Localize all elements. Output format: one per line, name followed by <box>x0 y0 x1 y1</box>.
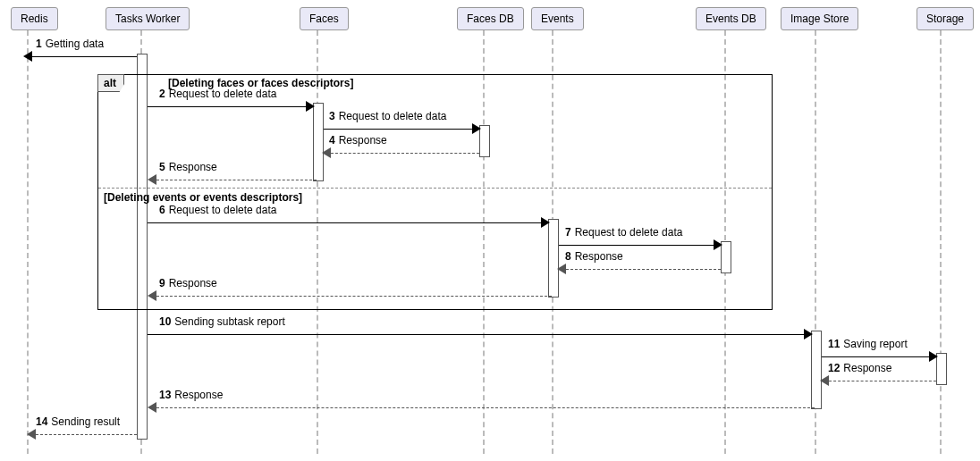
actor-tasks-worker: Tasks Worker <box>106 7 190 30</box>
msg-12: 12Response <box>0 374 980 387</box>
msg-2: 2Request to delete data <box>0 100 980 113</box>
msg-9: 9Response <box>0 289 980 302</box>
msg-8: 8Response <box>0 263 980 275</box>
msg-13: 13Response <box>0 401 980 414</box>
actor-faces: Faces <box>300 7 349 30</box>
actor-events-db: Events DB <box>696 7 766 30</box>
actor-faces-db: Faces DB <box>457 7 524 30</box>
msg-4: 4Response <box>0 147 980 159</box>
msg-5: 5Response <box>0 173 980 186</box>
msg-1: 1Getting data <box>0 50 980 63</box>
msg-3: 3Request to delete data <box>0 122 980 135</box>
msg-14: 14Sending result <box>0 428 980 440</box>
alt-label: alt <box>97 74 124 92</box>
sequence-diagram: Redis Tasks Worker Faces Faces DB Events… <box>0 0 980 461</box>
actor-events: Events <box>531 7 584 30</box>
actor-image-store: Image Store <box>781 7 858 30</box>
actor-storage: Storage <box>917 7 974 30</box>
msg-6: 6Request to delete data <box>0 216 980 229</box>
msg-7: 7Request to delete data <box>0 239 980 251</box>
activation-image-store <box>811 331 822 409</box>
alt-divider <box>98 188 772 189</box>
alt-guard-2: [Deleting events or events descriptors] <box>104 191 302 204</box>
msg-11: 11Saving report <box>0 350 980 363</box>
actor-redis: Redis <box>11 7 58 30</box>
